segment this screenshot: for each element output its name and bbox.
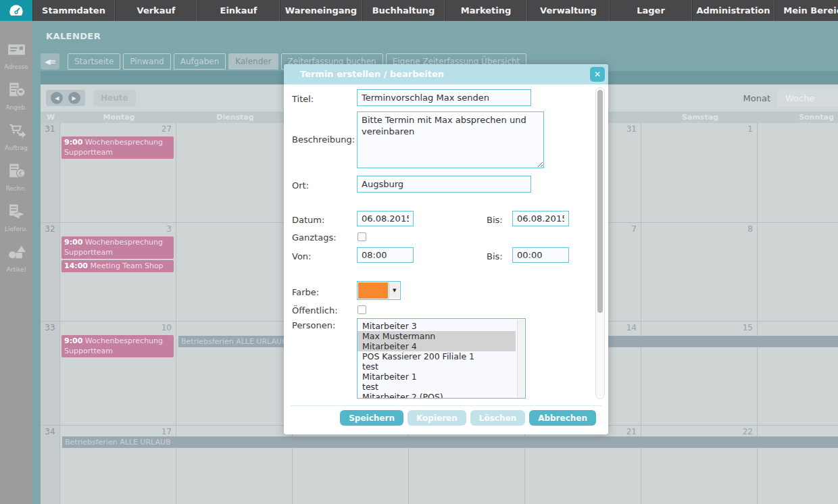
tab-startseite[interactable]: Startseite	[68, 53, 120, 70]
app-root: StammdatenVerkaufEinkaufWareneingangBuch…	[0, 0, 838, 504]
sidebar-item-label: Auftrag	[5, 145, 27, 151]
nav-item-stammdaten[interactable]: Stammdaten	[32, 0, 115, 21]
invoice-euro-icon: €	[7, 163, 26, 182]
person-option[interactable]: test	[358, 382, 516, 392]
day-cell[interactable]: 8	[641, 223, 758, 321]
von-bis-input[interactable]	[512, 247, 569, 263]
beschreibung-textarea[interactable]: Bitte Termin mit Max absprechen und vere…	[357, 111, 544, 168]
tab-kalender[interactable]: Kalender	[228, 53, 278, 70]
month-view-button[interactable]: Monat	[743, 93, 770, 103]
day-number	[176, 223, 292, 234]
today-button[interactable]: Heute	[93, 90, 136, 106]
app-logo[interactable]	[0, 0, 32, 21]
day-events: 9:00 Wochenbesprechung Supportteam14:00 …	[61, 236, 174, 274]
nav-item-wareneingang[interactable]: Wareneingang	[280, 0, 362, 21]
nav-item-marketing[interactable]: Marketing	[445, 0, 527, 21]
day-cell[interactable]: 109:00 Wochenbesprechung Supportteam	[60, 322, 176, 425]
kopieren-button[interactable]: Kopieren	[408, 410, 466, 426]
week-number: 32	[41, 223, 60, 321]
next-icon: ▶	[72, 95, 76, 101]
person-option[interactable]: test	[358, 361, 516, 372]
day-cell[interactable]: 279:00 Wochenbesprechung Supportteam	[60, 123, 176, 222]
tab-aufgaben[interactable]: Aufgaben	[174, 53, 226, 70]
event-time: 9:00	[64, 238, 82, 247]
nav-item-lager[interactable]: Lager	[610, 0, 692, 21]
abbrechen-button[interactable]: Abbrechen	[529, 410, 596, 426]
ganztags-label: Ganztags:	[292, 232, 337, 243]
datum-input[interactable]	[357, 211, 414, 226]
ganztags-checkbox[interactable]	[358, 232, 366, 241]
week-view-button[interactable]: Woche	[777, 89, 838, 107]
calendar-nav-group: ◀ ▶	[46, 90, 85, 106]
nav-menu: StammdatenVerkaufEinkaufWareneingangBuch…	[32, 0, 838, 21]
oeffentlich-checkbox[interactable]	[358, 305, 366, 314]
von-input[interactable]	[357, 247, 414, 263]
l-schen-button[interactable]: Löschen	[470, 410, 525, 426]
speichern-button[interactable]: Speichern	[340, 410, 403, 426]
nav-item-einkauf[interactable]: Einkauf	[197, 0, 280, 21]
sidebar-item-rechn[interactable]: €Rechn.	[0, 163, 32, 192]
color-swatch	[358, 282, 388, 299]
collapse-icon: ◀≡	[45, 57, 55, 66]
day-cell[interactable]: 39:00 Wochenbesprechung Supportteam14:00…	[60, 223, 176, 321]
day-cell[interactable]	[176, 123, 293, 222]
sidebar: AdresseAngeb.Auftrag€Rechn.Lieferu.Artik…	[0, 21, 32, 504]
datum-label: Datum:	[292, 215, 324, 225]
sidebar-item-label: Adresse	[4, 64, 28, 70]
sidebar-item-artikel[interactable]: Artikel	[0, 244, 32, 273]
top-nav: StammdatenVerkaufEinkaufWareneingangBuch…	[0, 0, 838, 21]
close-icon[interactable]: ✕	[590, 67, 605, 82]
personen-listbox[interactable]: Mitarbeiter 3Max MustermannMitarbeiter 4…	[357, 318, 526, 399]
dialog-scrollbar[interactable]	[595, 87, 605, 399]
person-option[interactable]: Mitarbeiter 4	[358, 341, 516, 351]
personen-list-scrollbar[interactable]	[517, 320, 524, 397]
calendar-event[interactable]: 9:00 Wochenbesprechung Supportteam	[61, 335, 174, 357]
datum-bis-input[interactable]	[512, 211, 569, 226]
sidebar-item-lieferu[interactable]: Lieferu.	[0, 203, 32, 232]
day-number	[758, 223, 838, 234]
calendar-event[interactable]: 9:00 Wochenbesprechung Supportteam	[61, 136, 174, 159]
appointment-dialog: Termin erstellen / bearbeiten ✕ Titel: B…	[284, 64, 608, 434]
calendar-event[interactable]: 14:00 Meeting Team Shop	[61, 260, 174, 272]
collapse-sidebar-button[interactable]: ◀≡	[41, 53, 59, 70]
sidebar-item-label: Angeb.	[5, 104, 27, 111]
dialog-footer-buttons: SpeichernKopierenLöschenAbbrechen	[340, 410, 596, 426]
dialog-scrollbar-thumb[interactable]	[597, 90, 603, 313]
event-time: 9:00	[64, 336, 82, 345]
day-number: 10	[60, 322, 176, 332]
ort-input[interactable]	[357, 176, 531, 193]
day-cell[interactable]: 1	[641, 123, 758, 222]
person-option[interactable]: POS Kassierer 200 Filiale 1	[358, 351, 516, 361]
prev-month-button[interactable]: ◀	[51, 92, 63, 104]
sidebar-item-angeb[interactable]: Angeb.	[0, 82, 32, 111]
holiday-banner[interactable]: Betriebsferien ALLE URLAUB	[62, 436, 838, 448]
nav-item-verkauf[interactable]: Verkauf	[115, 0, 197, 21]
person-option[interactable]: Mitarbeiter 1	[358, 372, 516, 382]
dialog-title: Termin erstellen / bearbeiten	[284, 64, 608, 84]
person-option[interactable]: Mitarbeiter 3	[358, 321, 516, 331]
event-time: 14:00	[64, 261, 88, 270]
day-cell[interactable]	[758, 223, 838, 321]
person-option[interactable]: Max Mustermann	[358, 331, 516, 341]
day-header-samstag: Samstag	[642, 111, 758, 123]
person-option[interactable]: Mitarbeiter 2 (POS)	[358, 392, 516, 399]
sidebar-item-auftrag[interactable]: Auftrag	[0, 122, 32, 151]
nav-item-administration[interactable]: Administration	[692, 0, 774, 21]
titel-input[interactable]	[357, 89, 531, 106]
day-header-dienstag: Dienstag	[177, 111, 293, 123]
day-cell[interactable]	[758, 123, 838, 222]
next-month-button[interactable]: ▶	[68, 92, 80, 104]
nav-item-buchhaltung[interactable]: Buchhaltung	[362, 0, 445, 21]
farbe-dropdown[interactable]: ▼	[357, 281, 401, 300]
nav-item-mein-bereich[interactable]: Mein Bereich	[774, 0, 838, 21]
day-cell[interactable]	[176, 223, 293, 321]
day-number	[176, 322, 292, 332]
sidebar-item-label: Lieferu.	[5, 226, 28, 232]
day-number	[176, 426, 292, 436]
calendar-event[interactable]: 9:00 Wochenbesprechung Supportteam	[61, 236, 174, 259]
sidebar-item-adresse[interactable]: Adresse	[0, 41, 32, 70]
week-number: 31	[41, 123, 60, 222]
day-number	[758, 426, 838, 436]
nav-item-verwaltung[interactable]: Verwaltung	[527, 0, 610, 21]
tab-pinwand[interactable]: Pinwand	[123, 53, 170, 70]
